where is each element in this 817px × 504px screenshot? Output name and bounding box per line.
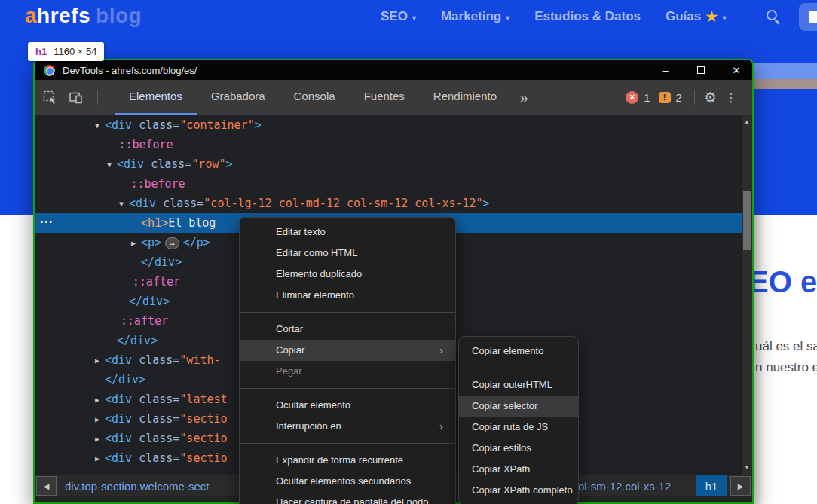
code-segment: <div	[105, 412, 132, 426]
menu-item-editar-texto[interactable]: Editar texto	[240, 221, 455, 243]
vertical-scrollbar[interactable]: ▲ ▼	[742, 115, 752, 475]
chevron-down-icon: ▾	[722, 14, 726, 22]
menu-divider	[240, 312, 455, 313]
code-segment: class=	[132, 412, 179, 426]
inspect-element-icon[interactable]	[43, 90, 57, 108]
tree-row[interactable]: ▼<div class="col-lg-12 col-md-12 col-sm-…	[35, 194, 742, 213]
menu-item-label: Copiar estilos	[472, 442, 531, 454]
menu-item-cortar[interactable]: Cortar	[240, 319, 455, 340]
warning-count[interactable]: 2	[676, 91, 682, 104]
breadcrumb-back-button[interactable]: ◀	[36, 476, 57, 496]
logo-letter-a: a	[25, 4, 37, 27]
logo-blog-text: blog	[96, 4, 142, 27]
code-segment: <div	[129, 197, 156, 210]
expand-arrow-icon[interactable]: ▶	[95, 410, 105, 429]
header-cta-button[interactable]	[799, 3, 817, 31]
error-count[interactable]: 1	[644, 91, 650, 104]
devtools-toolbar: ElementosGrabadoraConsolaFuentesRendimie…	[35, 80, 752, 115]
expand-arrow-icon[interactable]: ▶	[95, 390, 105, 410]
menu-item-eliminar-elemento[interactable]: Eliminar elemento	[240, 285, 455, 306]
code-segment: "col-lg-12 col-md-12 col-sm-12 col-xs-12…	[203, 197, 482, 210]
menu-item-ocultar-elementos-secundarios[interactable]: Ocultar elementos secundarios	[240, 471, 455, 492]
page-text-fragment: n nuestro e	[755, 360, 817, 375]
menu-item-copiar-selector[interactable]: Copiar selector	[459, 396, 578, 417]
expand-arrow-icon[interactable]: ▶	[95, 449, 105, 469]
breadcrumb-item-selected[interactable]: h1	[696, 475, 727, 497]
tree-row[interactable]: ::before	[35, 135, 742, 154]
menu-item-hacer-captura-de-pantalla-del-nodo[interactable]: Hacer captura de pantalla del nodo	[240, 492, 455, 504]
menu-item-editar-como-html[interactable]: Editar como HTML	[240, 243, 455, 264]
settings-gear-icon[interactable]: ⚙	[704, 89, 717, 106]
menu-item-ocultar-elemento[interactable]: Ocultar elemento	[240, 395, 455, 416]
scrollbar-thumb[interactable]	[743, 191, 751, 250]
inline-expand-button[interactable]: …	[165, 237, 179, 249]
tab-consola[interactable]: Consola	[280, 80, 350, 115]
code-segment: ::before	[118, 138, 173, 151]
tab-fuentes[interactable]: Fuentes	[350, 80, 419, 115]
nav-item-guías[interactable]: Guías★▾	[666, 8, 726, 25]
menu-item-copiar-elemento[interactable]: Copiar elemento	[459, 341, 578, 362]
code-segment: <p>	[141, 236, 161, 249]
expand-arrow-icon[interactable]: ▶	[131, 234, 141, 253]
menu-item-copiar[interactable]: Copiar›	[240, 340, 455, 361]
code-segment: <div	[105, 432, 132, 445]
menu-item-copiar-estilos[interactable]: Copiar estilos	[459, 438, 578, 459]
code-segment: class=	[132, 393, 179, 406]
menu-item-label: Hacer captura de pantalla del nodo	[276, 496, 428, 504]
logo-text: hrefs	[37, 4, 90, 27]
minimize-button[interactable]: –	[660, 65, 671, 76]
nav-item-marketing[interactable]: Marketing▾	[441, 9, 509, 24]
menu-item-copiar-xpath-completo[interactable]: Copiar XPath completo	[459, 480, 578, 501]
menu-divider	[459, 368, 578, 368]
menu-item-elemento-duplicado[interactable]: Elemento duplicado	[240, 264, 455, 285]
warning-badge-icon[interactable]: !	[659, 92, 671, 103]
code-segment: >	[226, 157, 233, 171]
more-options-icon[interactable]: ⋮	[722, 90, 740, 105]
menu-item-copiar-xpath[interactable]: Copiar XPath	[459, 459, 578, 480]
code-segment: >	[483, 197, 490, 210]
tree-row[interactable]: ▼<div class="container">	[35, 115, 742, 135]
chrome-logo-icon	[44, 65, 55, 76]
collapse-arrow-icon[interactable]: ▼	[107, 155, 117, 175]
expand-arrow-icon[interactable]: ▶	[95, 351, 105, 371]
menu-item-interrupción-en[interactable]: Interrupción en›	[240, 416, 455, 437]
more-actions-icon[interactable]: •••	[40, 213, 53, 233]
collapse-arrow-icon[interactable]: ▼	[95, 116, 105, 136]
scroll-up-icon[interactable]: ▲	[742, 116, 752, 127]
tab-elementos[interactable]: Elementos	[115, 80, 197, 115]
code-segment: </div>	[129, 295, 170, 308]
chevron-down-icon: ▾	[412, 14, 416, 22]
menu-item-copiar-ruta-de-js[interactable]: Copiar ruta de JS	[459, 417, 578, 438]
devtools-window-title: DevTools - ahrefs.com/blog/es/	[63, 65, 197, 76]
code-segment: "sectio	[179, 432, 227, 445]
collapse-arrow-icon[interactable]: ▼	[119, 194, 129, 214]
tab-rendimiento[interactable]: Rendimiento	[419, 80, 511, 115]
element-margin-overlay	[751, 79, 817, 89]
close-button[interactable]: ✕	[731, 65, 742, 76]
scroll-down-icon[interactable]: ▼	[742, 462, 752, 473]
nav-item-estudios-datos[interactable]: Estudios & Datos	[534, 9, 641, 24]
menu-item-pegar[interactable]: Pegar	[240, 361, 455, 382]
error-badge-icon[interactable]: ✕	[626, 91, 638, 104]
breadcrumb-forward-button[interactable]: ▶	[730, 476, 751, 496]
expand-arrow-icon[interactable]: ▶	[95, 429, 105, 449]
menu-item-expandir-de-forma-recurrente[interactable]: Expandir de forma recurrente	[240, 450, 455, 471]
tree-row[interactable]: ▼<div class="row">	[35, 154, 742, 174]
device-toolbar-icon[interactable]	[69, 90, 83, 108]
maximize-button[interactable]	[697, 66, 705, 74]
devtools-title-bar[interactable]: DevTools - ahrefs.com/blog/es/ – ✕	[35, 60, 752, 80]
breadcrumb-item[interactable]: ol-sm-12.col-xs-12	[578, 475, 671, 497]
menu-item-copiar-outerhtml[interactable]: Copiar outerHTML	[459, 374, 578, 396]
code-segment: "latest	[179, 393, 227, 406]
tab-grabadora[interactable]: Grabadora	[197, 80, 280, 115]
search-icon[interactable]	[767, 10, 777, 20]
code-segment: class=	[132, 353, 179, 367]
more-tabs-icon[interactable]: »	[511, 80, 537, 115]
nav-item-label: SEO	[381, 9, 408, 24]
breadcrumb-item[interactable]: div.top-section.welcome-sect	[65, 475, 209, 497]
code-segment: <div	[105, 118, 132, 132]
tree-row[interactable]: ::before	[35, 174, 742, 194]
ahrefs-logo[interactable]: ahrefsblog	[25, 4, 142, 28]
nav-item-seo[interactable]: SEO▾	[381, 9, 416, 24]
submenu-arrow-icon: ›	[439, 416, 443, 437]
